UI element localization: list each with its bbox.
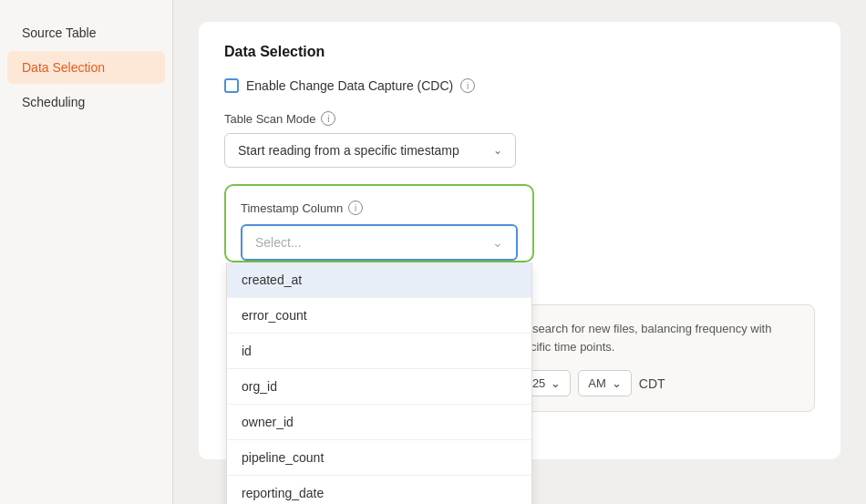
hint-text: ally search for new files, balancing fre… bbox=[511, 320, 799, 355]
table-scan-mode-select[interactable]: Start reading from a specific timestamp … bbox=[224, 133, 516, 168]
timestamp-column-info-icon[interactable]: i bbox=[348, 201, 363, 215]
sidebar-item-source-table[interactable]: Source Table bbox=[7, 16, 165, 49]
timestamp-section: Timestamp Column i Select... ⌄ created_a… bbox=[224, 184, 534, 262]
dropdown-item[interactable]: org_id bbox=[227, 369, 531, 405]
period-select[interactable]: AM ⌄ bbox=[578, 370, 632, 396]
table-scan-mode-info-icon[interactable]: i bbox=[321, 111, 335, 126]
dropdown-item[interactable]: id bbox=[227, 334, 531, 369]
cdc-row: Enable Change Data Capture (CDC) i bbox=[224, 78, 815, 93]
time-row: : 25 ⌄ AM ⌄ CDT bbox=[511, 370, 799, 396]
minutes-chevron-icon: ⌄ bbox=[551, 376, 561, 390]
table-scan-mode-value: Start reading from a specific timestamp bbox=[238, 143, 459, 158]
sidebar: Source Table Data Selection Scheduling bbox=[0, 0, 173, 504]
table-scan-mode-chevron-icon: ⌄ bbox=[493, 144, 502, 157]
panel-title: Data Selection bbox=[224, 44, 815, 60]
timestamp-column-label: Timestamp Column i bbox=[241, 201, 518, 215]
timestamp-column-chevron-icon: ⌄ bbox=[492, 235, 503, 250]
sidebar-item-data-selection-label: Data Selection bbox=[22, 60, 105, 75]
period-value: AM bbox=[588, 376, 606, 390]
dropdown-item[interactable]: error_count bbox=[227, 298, 531, 334]
timezone-label: CDT bbox=[639, 376, 665, 391]
sidebar-item-scheduling-label: Scheduling bbox=[22, 95, 85, 109]
right-hint-box: ally search for new files, balancing fre… bbox=[496, 304, 815, 412]
cdc-info-icon[interactable]: i bbox=[460, 78, 475, 93]
data-selection-panel: Data Selection Enable Change Data Captur… bbox=[199, 22, 840, 459]
minutes-value: 25 bbox=[532, 376, 545, 390]
timestamp-column-dropdown-container: Select... ⌄ created_aterror_countidorg_i… bbox=[241, 224, 518, 261]
main-content: Data Selection Enable Change Data Captur… bbox=[173, 0, 866, 504]
sidebar-item-scheduling[interactable]: Scheduling bbox=[7, 86, 165, 118]
timestamp-column-dropdown-list: created_aterror_countidorg_idowner_idpip… bbox=[226, 262, 532, 504]
timestamp-column-placeholder: Select... bbox=[255, 235, 302, 250]
sidebar-item-source-table-label: Source Table bbox=[22, 26, 96, 40]
sidebar-item-data-selection[interactable]: Data Selection bbox=[7, 51, 165, 84]
period-chevron-icon: ⌄ bbox=[612, 376, 622, 390]
cdc-label: Enable Change Data Capture (CDC) bbox=[246, 78, 453, 93]
timestamp-column-select[interactable]: Select... ⌄ bbox=[241, 224, 518, 261]
dropdown-item[interactable]: created_at bbox=[227, 262, 531, 298]
dropdown-item[interactable]: pipeline_count bbox=[227, 440, 531, 476]
dropdown-item[interactable]: reporting_date bbox=[227, 476, 531, 504]
table-scan-mode-label: Table Scan Mode i bbox=[224, 111, 815, 126]
cdc-checkbox[interactable] bbox=[224, 78, 239, 93]
dropdown-item[interactable]: owner_id bbox=[227, 405, 531, 440]
